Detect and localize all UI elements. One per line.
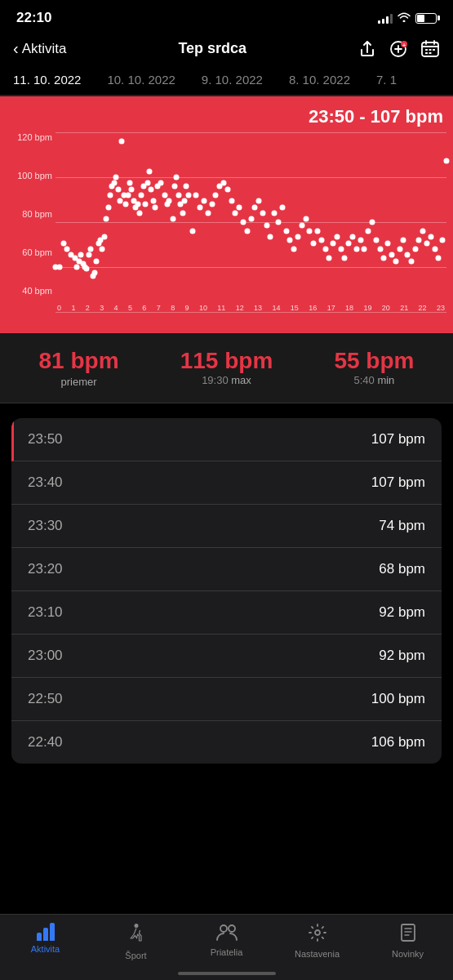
chart-header: 23:50 - 107 bpm	[7, 106, 446, 127]
row-bpm: 92 bpm	[379, 648, 425, 664]
dot	[158, 180, 164, 185]
dot	[405, 252, 411, 257]
dot	[74, 265, 80, 270]
row-time: 23:40	[28, 474, 63, 491]
dot	[170, 216, 175, 221]
dot	[342, 256, 348, 261]
date-tab-0[interactable]: 11. 10. 2022	[0, 65, 94, 96]
row-time: 22:40	[28, 734, 63, 751]
dot	[105, 205, 111, 211]
dot	[224, 187, 230, 193]
dot	[362, 247, 367, 252]
dot	[291, 247, 297, 252]
dot	[185, 193, 191, 198]
nav-sport-label: Šport	[125, 951, 146, 960]
y-label-1: 100 bpm	[7, 171, 52, 180]
signal-icon	[378, 12, 393, 24]
dot	[314, 229, 320, 234]
dot	[260, 211, 265, 216]
date-tab-4[interactable]: 7. 1	[363, 65, 410, 96]
table-row: 23:00 92 bpm	[11, 635, 442, 678]
dot	[149, 187, 154, 193]
stat-max: 115 bpm 19:30 max	[180, 348, 273, 388]
heart-rate-chart: 23:50 - 107 bpm 120 bpm 100 bpm 80 bpm 6…	[0, 96, 453, 333]
row-time: 23:10	[28, 604, 63, 621]
nav-bar: ‹ Aktivita Tep srdca +	[0, 33, 453, 65]
battery-icon	[415, 13, 437, 24]
table-row: 23:10 92 bpm	[11, 591, 442, 635]
date-tab-2[interactable]: 9. 10. 2022	[189, 65, 276, 96]
dot	[346, 241, 352, 247]
dot	[189, 229, 195, 234]
dot	[240, 220, 246, 225]
nav-novinky-label: Novinky	[392, 949, 424, 959]
share-button[interactable]	[358, 40, 376, 58]
table-row: 23:50 107 bpm	[11, 418, 442, 461]
dot	[412, 247, 418, 252]
dot	[115, 187, 121, 193]
wifi-icon	[397, 12, 411, 24]
svg-point-10	[220, 925, 227, 932]
back-button[interactable]: ‹ Aktivita	[13, 39, 66, 58]
y-label-3: 60 bpm	[7, 247, 52, 257]
svg-rect-8	[429, 52, 431, 54]
dot	[326, 256, 332, 261]
dot	[264, 223, 269, 229]
dot	[150, 198, 156, 203]
dot	[276, 220, 282, 225]
nav-priatelia[interactable]: Priatelia	[202, 923, 251, 960]
date-tab-3[interactable]: 8. 10. 2022	[276, 65, 363, 96]
dot	[119, 139, 125, 145]
dot	[78, 252, 84, 257]
dot	[125, 193, 131, 198]
dot	[129, 187, 135, 193]
gear-icon	[308, 923, 327, 946]
dot	[220, 180, 226, 185]
date-tab-1[interactable]: 10. 10. 2022	[94, 65, 188, 96]
dot	[432, 247, 437, 252]
nav-sport[interactable]: Šport	[112, 923, 161, 960]
nav-novinky[interactable]: Novinky	[384, 923, 433, 960]
y-label-0: 120 bpm	[7, 132, 52, 142]
stat-min-time: 5:40 min	[334, 374, 414, 386]
dot	[123, 202, 129, 207]
back-chevron-icon: ‹	[13, 39, 19, 58]
dot	[252, 205, 258, 211]
row-bpm: 100 bpm	[371, 691, 425, 707]
table-row: 23:30 74 bpm	[11, 505, 442, 548]
nav-nastavenia[interactable]: Nastavenia	[293, 923, 342, 960]
svg-text:+: +	[402, 42, 406, 47]
dot	[86, 252, 91, 257]
stat-max-value: 115 bpm	[180, 348, 273, 374]
dot	[94, 259, 100, 265]
table-row: 23:40 107 bpm	[11, 461, 442, 505]
dot	[268, 234, 273, 239]
dot	[184, 184, 189, 189]
dot	[139, 193, 144, 198]
dot	[108, 193, 113, 198]
dot	[393, 259, 398, 265]
dot	[104, 216, 109, 221]
row-bpm: 107 bpm	[371, 474, 425, 491]
dot	[318, 238, 324, 243]
dot	[299, 223, 304, 229]
walk-icon	[127, 923, 145, 947]
dot	[143, 202, 149, 207]
calendar-button[interactable]	[420, 40, 440, 58]
dot	[283, 229, 289, 234]
back-label: Aktivita	[22, 41, 67, 57]
svg-rect-13	[402, 924, 415, 941]
add-data-button[interactable]: +	[388, 40, 409, 58]
dot	[237, 205, 242, 211]
dot	[424, 241, 430, 247]
dot	[287, 238, 293, 243]
dot	[428, 234, 433, 239]
dot	[146, 169, 152, 175]
bottom-nav: Aktivita Šport Priatelia	[0, 914, 453, 980]
dot	[377, 247, 383, 252]
svg-rect-5	[429, 49, 431, 51]
nav-aktivita[interactable]: Aktivita	[21, 923, 70, 960]
dot	[229, 198, 234, 203]
dot	[153, 205, 158, 211]
status-bar: 22:10	[0, 0, 453, 33]
